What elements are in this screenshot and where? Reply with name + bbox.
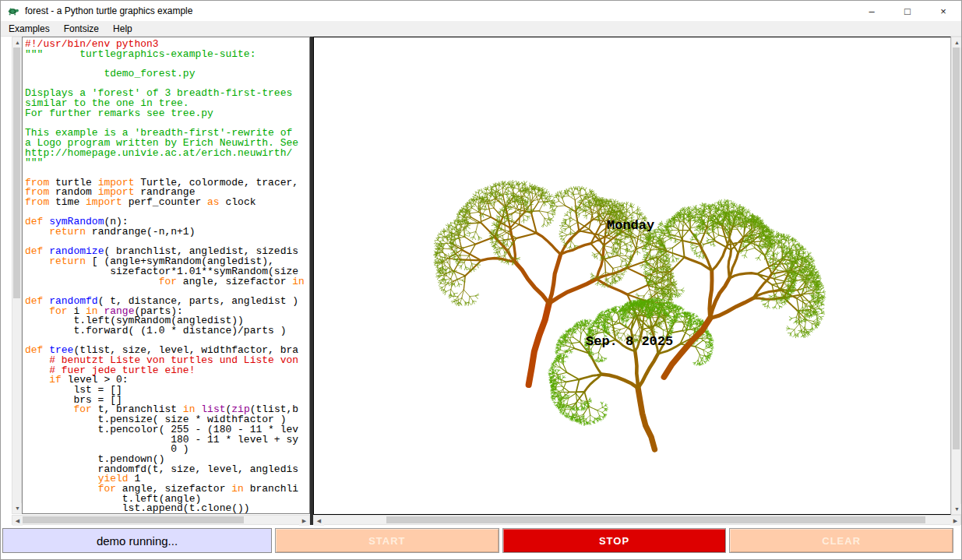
code-pane: ▲ ▼ #!/usr/bin/env python3""" turtlegrap… bbox=[1, 37, 310, 525]
scroll-left-icon[interactable]: ◀ bbox=[314, 516, 324, 526]
canvas-hscroll-thumb[interactable] bbox=[386, 516, 925, 523]
turtle-icon bbox=[7, 5, 19, 17]
stop-button[interactable]: STOP bbox=[502, 528, 727, 553]
status-label: demo running... bbox=[2, 528, 272, 553]
clear-button[interactable]: CLEAR bbox=[729, 528, 953, 553]
maximize-icon: □ bbox=[904, 5, 911, 17]
scroll-up-icon[interactable]: ▲ bbox=[952, 37, 962, 48]
canvas-vscroll-thumb[interactable] bbox=[953, 48, 960, 449]
window-title: forest - a Python turtle graphics exampl… bbox=[25, 5, 854, 16]
menu-item-help[interactable]: Help bbox=[107, 22, 139, 36]
start-button[interactable]: START bbox=[275, 528, 499, 553]
code-text[interactable]: #!/usr/bin/env python3""" turtlegraphics… bbox=[22, 37, 310, 514]
minimize-button[interactable]: – bbox=[854, 1, 890, 21]
canvas-horizontal-scrollbar[interactable]: ◀ ▶ bbox=[313, 515, 961, 525]
minimize-icon: – bbox=[869, 5, 874, 17]
code-vertical-scrollbar[interactable]: ▲ ▼ bbox=[12, 37, 22, 514]
close-button[interactable]: × bbox=[925, 1, 961, 21]
app-window: forest - a Python turtle graphics exampl… bbox=[0, 0, 962, 560]
scroll-left-icon[interactable]: ◀ bbox=[12, 516, 23, 526]
menubar: Examples Fontsize Help bbox=[1, 21, 961, 37]
code-hscroll-thumb[interactable] bbox=[23, 516, 244, 523]
code-horizontal-scrollbar[interactable]: ◀ ▶ bbox=[12, 515, 310, 525]
close-icon: × bbox=[940, 5, 946, 17]
canvas-label-monday: Monday bbox=[607, 218, 654, 233]
maximize-button[interactable]: □ bbox=[890, 1, 925, 21]
menu-item-fontsize[interactable]: Fontsize bbox=[58, 22, 105, 36]
scroll-right-icon[interactable]: ▶ bbox=[299, 516, 309, 526]
scroll-down-icon[interactable]: ▼ bbox=[952, 504, 962, 514]
scroll-right-icon[interactable]: ▶ bbox=[950, 516, 960, 526]
tree-canvas-svg bbox=[314, 37, 950, 514]
canvas-vertical-scrollbar[interactable]: ▲ ▼ bbox=[951, 37, 961, 515]
canvas-label-date: Sep. 8 2025 bbox=[586, 334, 673, 349]
code-vscroll-thumb[interactable] bbox=[13, 48, 20, 298]
canvas-pane: Monday Sep. 8 2025 ▲ ▼ ◀ ▶ bbox=[313, 37, 961, 525]
code-lines: #!/usr/bin/env python3""" turtlegraphics… bbox=[25, 40, 309, 514]
menu-item-examples[interactable]: Examples bbox=[2, 22, 56, 36]
turtle-canvas: Monday Sep. 8 2025 bbox=[313, 37, 951, 515]
main-split: ▲ ▼ #!/usr/bin/env python3""" turtlegrap… bbox=[1, 37, 961, 525]
titlebar: forest - a Python turtle graphics exampl… bbox=[1, 1, 961, 21]
control-bar: demo running... START STOP CLEAR bbox=[1, 527, 961, 554]
